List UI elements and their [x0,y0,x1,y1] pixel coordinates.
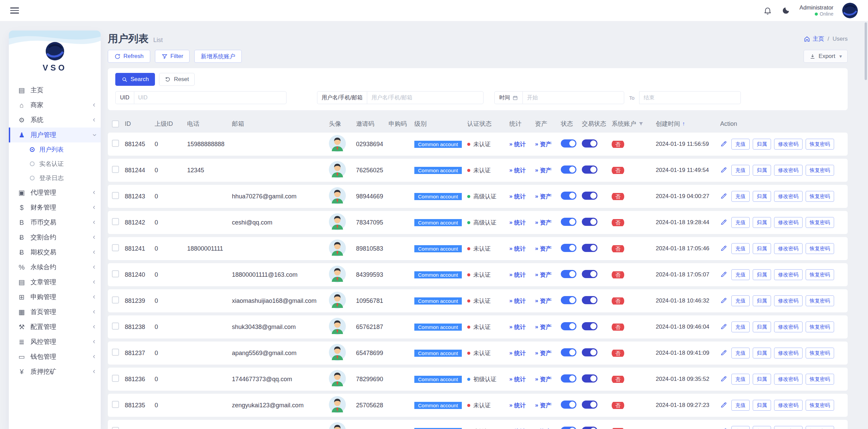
stats-link[interactable]: »统计 [509,428,526,429]
action-button-0[interactable]: 充值 [731,374,750,385]
row-checkbox[interactable] [112,296,119,304]
row-checkbox[interactable] [112,140,119,147]
action-button-3[interactable]: 恢复密码 [806,400,834,411]
action-button-1[interactable]: 归属 [753,243,771,254]
sidebar-item-wallet[interactable]: ▭ 钱包管理 ‹ [9,349,101,364]
trade-status-toggle[interactable] [582,218,597,226]
username-phone-email-input[interactable] [367,91,484,104]
row-checkbox[interactable] [112,375,119,382]
row-checkbox[interactable] [112,244,119,251]
action-button-2[interactable]: 修改密码 [774,295,803,306]
menu-toggle-icon[interactable] [10,6,19,15]
dark-mode-moon-icon[interactable] [781,6,791,15]
edit-pencil-icon[interactable] [720,192,728,200]
sidebar-subitem-kyc[interactable]: 实名认证 [9,157,101,171]
sidebar-item-agent[interactable]: ▣ 代理管理 ‹ [9,185,101,200]
action-button-1[interactable]: 归属 [753,165,771,176]
sidebar-item-finance[interactable]: $ 财务管理 ‹ [9,200,101,215]
stats-link[interactable]: »统计 [509,167,526,174]
action-button-1[interactable]: 归属 [753,348,771,358]
sidebar-item-system[interactable]: ⚙ 系统 ‹ [9,113,101,128]
assets-link[interactable]: »资产 [535,271,551,279]
assets-link[interactable]: »资产 [535,140,551,148]
action-button-0[interactable]: 充值 [731,321,750,332]
status-toggle[interactable] [561,165,576,174]
trade-status-toggle[interactable] [582,296,597,304]
action-button-3[interactable]: 恢复密码 [806,139,834,150]
row-checkbox[interactable] [112,401,119,408]
action-button-1[interactable]: 归属 [753,269,771,280]
action-button-3[interactable]: 恢复密码 [806,374,834,385]
edit-pencil-icon[interactable] [720,349,728,357]
action-button-1[interactable]: 归属 [753,191,771,202]
status-toggle[interactable] [561,322,576,330]
status-toggle[interactable] [561,244,576,252]
action-button-2[interactable]: 修改密码 [774,426,803,429]
row-checkbox[interactable] [112,218,119,225]
action-button-0[interactable]: 充值 [731,295,750,306]
assets-link[interactable]: »资产 [535,349,551,357]
trade-status-toggle[interactable] [582,401,597,409]
header-system-account[interactable]: 系统账户 [612,120,656,128]
action-button-2[interactable]: 修改密码 [774,269,803,280]
status-toggle[interactable] [561,374,576,383]
status-toggle[interactable] [561,218,576,226]
action-button-2[interactable]: 修改密码 [774,243,803,254]
edit-pencil-icon[interactable] [720,245,728,253]
sidebar-item-delivery-contract[interactable]: Ƀ 交割合约 ‹ [9,230,101,245]
stats-link[interactable]: »统计 [509,219,526,227]
sidebar-item-options-trade[interactable]: Ƀ 期权交易 ‹ [9,245,101,260]
action-button-3[interactable]: 恢复密码 [806,426,834,429]
action-button-1[interactable]: 归属 [753,374,771,385]
action-button-3[interactable]: 恢复密码 [806,348,834,358]
trade-status-toggle[interactable] [582,270,597,278]
trade-status-toggle[interactable] [582,322,597,330]
row-checkbox[interactable] [112,192,119,199]
stats-link[interactable]: »统计 [509,271,526,279]
action-button-3[interactable]: 恢复密码 [806,243,834,254]
action-button-2[interactable]: 修改密码 [774,374,803,385]
status-toggle[interactable] [561,139,576,148]
trade-status-toggle[interactable] [582,139,597,148]
action-button-3[interactable]: 恢复密码 [806,191,834,202]
sidebar-item-staking[interactable]: ¥ 质押挖矿 ‹ [9,364,101,379]
action-button-0[interactable]: 充值 [731,165,750,176]
assets-link[interactable]: »资产 [535,375,551,383]
action-button-1[interactable]: 归属 [753,321,771,332]
sidebar-item-subscription[interactable]: ⊞ 申购管理 ‹ [9,290,101,305]
action-button-0[interactable]: 充值 [731,243,750,254]
action-button-0[interactable]: 充值 [731,139,750,150]
trade-status-toggle[interactable] [582,374,597,383]
edit-pencil-icon[interactable] [720,427,728,429]
action-button-2[interactable]: 修改密码 [774,191,803,202]
action-button-0[interactable]: 充值 [731,191,750,202]
status-toggle[interactable] [561,192,576,200]
assets-link[interactable]: »资产 [535,297,551,305]
breadcrumb-home[interactable]: 主页 [804,35,824,43]
row-checkbox[interactable] [112,427,119,429]
status-toggle[interactable] [561,401,576,409]
start-date-input[interactable] [522,91,624,104]
sidebar-item-home[interactable]: ▤ 主页 ‹ [9,83,101,98]
sidebar-subitem-user-list[interactable]: 用户列表 [9,142,101,157]
header-created-time[interactable]: 创建时间 ↑ [656,120,720,128]
trade-status-toggle[interactable] [582,165,597,174]
refresh-button[interactable]: Refresh [108,50,150,63]
stats-link[interactable]: »统计 [509,349,526,357]
assets-link[interactable]: »资产 [535,245,551,253]
status-toggle[interactable] [561,348,576,356]
action-button-1[interactable]: 归属 [753,295,771,306]
trade-status-toggle[interactable] [582,244,597,252]
assets-link[interactable]: »资产 [535,323,551,331]
action-button-1[interactable]: 归属 [753,426,771,429]
uid-input[interactable] [134,91,287,104]
search-button[interactable]: Search [115,73,155,86]
edit-pencil-icon[interactable] [720,297,728,305]
status-toggle[interactable] [561,270,576,278]
sidebar-item-risk-control[interactable]: ≣ 风控管理 ‹ [9,334,101,349]
end-date-input[interactable] [639,91,741,104]
stats-link[interactable]: »统计 [509,375,526,383]
sidebar-item-spot-trade[interactable]: B 币币交易 ‹ [9,215,101,230]
stats-link[interactable]: »统计 [509,245,526,253]
edit-pencil-icon[interactable] [720,375,728,383]
